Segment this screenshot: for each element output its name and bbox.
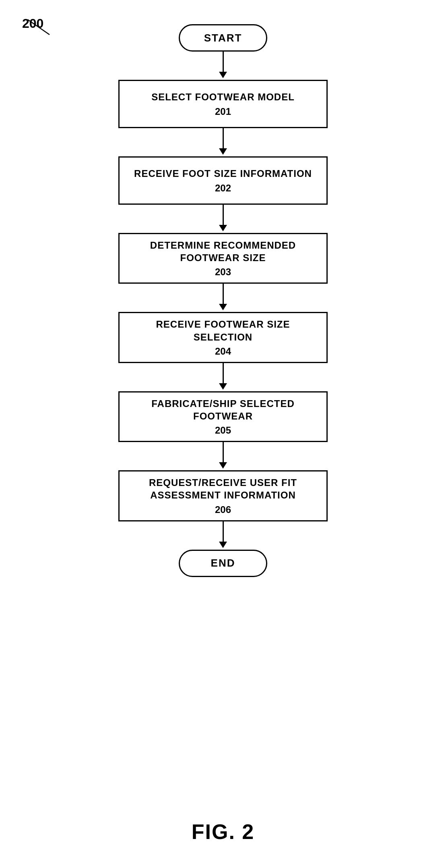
arrow-7 <box>219 521 227 550</box>
step-201-text: SELECT FOOTWEAR MODEL <box>151 91 295 103</box>
step-206-box: REQUEST/RECEIVE USER FIT ASSESSMENT INFO… <box>118 470 328 521</box>
arrow-6 <box>219 442 227 470</box>
end-label: END <box>211 557 235 569</box>
arrow-head-5 <box>219 383 227 390</box>
arrow-1 <box>219 52 227 80</box>
end-node: END <box>179 550 267 577</box>
step-201-box: SELECT FOOTWEAR MODEL 201 <box>118 80 328 128</box>
step-203-box: DETERMINE RECOMMENDED FOOTWEAR SIZE 203 <box>118 233 328 284</box>
arrow-2 <box>219 128 227 156</box>
step-205-number: 205 <box>215 425 231 436</box>
step-206-text: REQUEST/RECEIVE USER FIT ASSESSMENT INFO… <box>127 476 319 501</box>
arrow-line-7 <box>223 521 224 542</box>
arrow-head-7 <box>219 542 227 548</box>
step-202-box: RECEIVE FOOT SIZE INFORMATION 202 <box>118 156 328 205</box>
arrow-4 <box>219 284 227 312</box>
arrow-head-4 <box>219 304 227 310</box>
step-206-number: 206 <box>215 504 231 515</box>
svg-line-0 <box>27 19 50 35</box>
diagram-arrow-indicator <box>27 19 60 39</box>
step-201-number: 201 <box>215 106 231 117</box>
arrow-line-2 <box>223 128 224 148</box>
figure-label: FIG. 2 <box>192 820 254 844</box>
step-204-box: RECEIVE FOOTWEAR SIZE SELECTION 204 <box>118 312 328 363</box>
arrow-line-1 <box>223 52 224 72</box>
step-202-text: RECEIVE FOOT SIZE INFORMATION <box>134 167 312 180</box>
flowchart: START SELECT FOOTWEAR MODEL 201 RECEIVE … <box>118 24 328 577</box>
step-202-number: 202 <box>215 183 231 194</box>
arrow-line-6 <box>223 442 224 462</box>
arrow-line-3 <box>223 205 224 225</box>
arrow-5 <box>219 363 227 391</box>
arrow-line-5 <box>223 363 224 383</box>
arrow-head-2 <box>219 148 227 155</box>
step-204-text: RECEIVE FOOTWEAR SIZE SELECTION <box>127 318 319 343</box>
diagram-container: 200 START SELECT FOOTWEAR MODEL 201 RECE… <box>0 0 446 868</box>
step-205-text: FABRICATE/SHIP SELECTED FOOTWEAR <box>127 397 319 422</box>
step-203-number: 203 <box>215 266 231 278</box>
step-203-text: DETERMINE RECOMMENDED FOOTWEAR SIZE <box>127 239 319 264</box>
step-204-number: 204 <box>215 346 231 357</box>
arrow-head-6 <box>219 462 227 469</box>
arrow-line-4 <box>223 284 224 304</box>
arrow-head-1 <box>219 72 227 78</box>
arrow-head-3 <box>219 225 227 231</box>
start-label: START <box>204 32 242 44</box>
start-node: START <box>179 24 267 52</box>
step-205-box: FABRICATE/SHIP SELECTED FOOTWEAR 205 <box>118 391 328 442</box>
arrow-3 <box>219 205 227 233</box>
